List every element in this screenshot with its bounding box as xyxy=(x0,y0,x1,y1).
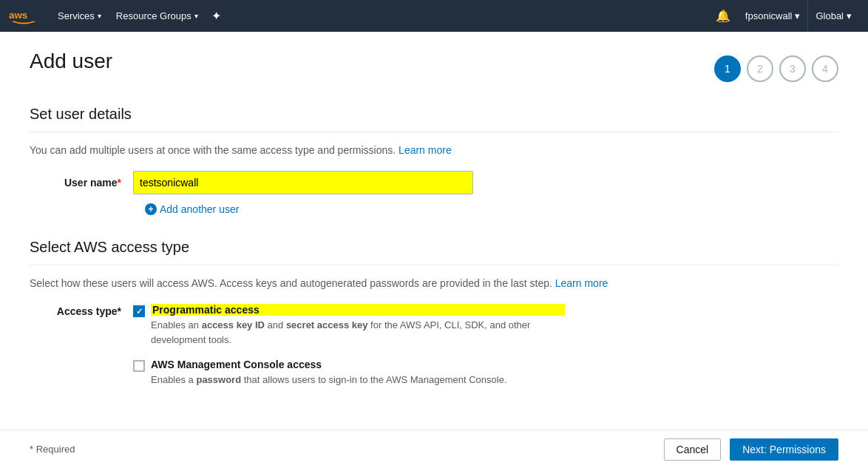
console-access-title: AWS Management Console access xyxy=(151,359,507,370)
aws-logo[interactable]: aws xyxy=(9,6,38,27)
user-name-input[interactable] xyxy=(133,171,473,194)
user-label: fpsonicwall xyxy=(745,10,793,21)
page-footer: * Required Cancel Next: Permissions xyxy=(0,430,868,468)
step-3: 3 xyxy=(779,55,806,82)
add-user-plus-icon: + xyxy=(145,203,157,215)
main-content: Add user 1 2 3 4 Set user details You ca… xyxy=(0,32,868,468)
set-user-details-learn-more[interactable]: Learn more xyxy=(399,144,452,156)
region-chevron-icon: ▾ xyxy=(847,10,852,21)
resource-groups-menu[interactable]: Resource Groups ▾ xyxy=(109,0,206,32)
step-2: 2 xyxy=(747,55,773,82)
resource-groups-label: Resource Groups xyxy=(116,10,191,21)
step-indicators: 1 2 3 4 xyxy=(714,55,838,82)
user-name-row: User name* xyxy=(30,171,838,194)
programmatic-access-option: ✓ Programmatic access Enables an access … xyxy=(133,304,565,347)
user-chevron-icon: ▾ xyxy=(795,10,800,21)
add-another-user-button[interactable]: + Add another user xyxy=(145,203,838,215)
add-another-user-label: Add another user xyxy=(160,203,239,215)
console-access-option: AWS Management Console access Enables a … xyxy=(133,359,565,387)
pin-button[interactable]: ✦ xyxy=(206,0,227,32)
set-user-details-section: Set user details You can add multiple us… xyxy=(30,106,838,215)
user-menu[interactable]: fpsonicwall ▾ xyxy=(738,0,808,32)
console-checkbox-wrap xyxy=(133,360,145,372)
services-label: Services xyxy=(58,10,95,21)
set-user-details-desc: You can add multiple users at once with … xyxy=(30,144,838,156)
programmatic-access-desc: Enables an access key ID and secret acce… xyxy=(151,318,565,347)
bell-icon: 🔔 xyxy=(716,9,730,23)
access-type-section: Select AWS access type Select how these … xyxy=(30,239,838,387)
console-access-details: AWS Management Console access Enables a … xyxy=(151,359,507,387)
console-checkbox[interactable] xyxy=(133,360,145,372)
page-header: Add user 1 2 3 4 xyxy=(30,50,838,82)
pin-icon: ✦ xyxy=(211,9,221,23)
page-title: Add user xyxy=(30,50,112,73)
region-label: Global xyxy=(816,10,844,21)
step-4: 4 xyxy=(812,55,838,82)
cancel-button[interactable]: Cancel xyxy=(664,438,722,461)
access-type-title: Select AWS access type xyxy=(30,239,838,265)
user-name-label: User name* xyxy=(30,177,133,189)
programmatic-checkbox[interactable]: ✓ xyxy=(133,305,145,317)
set-user-details-title: Set user details xyxy=(30,106,838,132)
services-menu[interactable]: Services ▾ xyxy=(50,0,109,32)
top-navigation: aws Services ▾ Resource Groups ▾ ✦ 🔔 fps… xyxy=(0,0,868,32)
notifications-button[interactable]: 🔔 xyxy=(708,0,738,32)
step-1: 1 xyxy=(714,55,741,82)
programmatic-access-details: Programmatic access Enables an access ke… xyxy=(151,304,565,347)
access-options: ✓ Programmatic access Enables an access … xyxy=(133,304,565,387)
programmatic-access-title: Programmatic access xyxy=(151,304,565,316)
console-access-desc: Enables a password that allows users to … xyxy=(151,373,507,387)
access-type-row: Access type* ✓ Programmatic access Enabl… xyxy=(30,304,838,387)
svg-text:aws: aws xyxy=(9,10,27,21)
checkbox-check-icon: ✓ xyxy=(136,307,143,316)
nav-right-section: 🔔 fpsonicwall ▾ Global ▾ xyxy=(708,0,859,32)
access-type-label: Access type* xyxy=(30,304,133,317)
access-type-desc: Select how these users will access AWS. … xyxy=(30,277,838,289)
access-type-learn-more[interactable]: Learn more xyxy=(555,277,608,289)
required-note: * Required xyxy=(30,444,75,455)
add-another-user-row: + Add another user xyxy=(30,203,838,215)
footer-buttons: Cancel Next: Permissions xyxy=(664,438,838,461)
programmatic-checkbox-wrap: ✓ xyxy=(133,305,145,317)
region-menu[interactable]: Global ▾ xyxy=(807,0,859,32)
services-chevron-icon: ▾ xyxy=(98,12,101,20)
next-permissions-button[interactable]: Next: Permissions xyxy=(730,438,838,461)
resource-groups-chevron-icon: ▾ xyxy=(194,12,198,20)
